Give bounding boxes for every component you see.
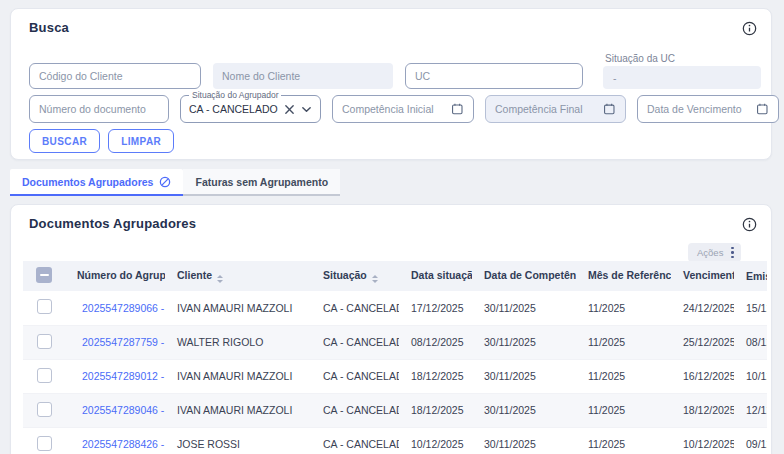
cell-cliente: WALTER RIGOLO bbox=[165, 325, 311, 359]
cell-emissao: 08/12 bbox=[734, 325, 767, 359]
row-checkbox[interactable] bbox=[37, 402, 52, 417]
calendar-icon bbox=[603, 102, 616, 116]
competencia-final-field bbox=[485, 95, 626, 123]
cell-data-competencia: 30/11/2025 bbox=[472, 427, 576, 454]
clear-icon[interactable] bbox=[284, 104, 295, 115]
table-row: 2025547289066 - 8 IVAN AMAURI MAZZOLI CA… bbox=[23, 291, 767, 325]
grid-title: Documentos Agrupadores bbox=[29, 216, 196, 231]
kebab-menu-icon bbox=[731, 247, 734, 259]
cell-situacao: CA - CANCELADO bbox=[311, 427, 399, 454]
uc-status-value: - bbox=[603, 66, 761, 89]
table-header-row: Número do Agrupador Cliente Situação Dat… bbox=[23, 261, 767, 291]
uc-status-label: Situação da UC bbox=[605, 53, 761, 64]
client-code-input[interactable] bbox=[29, 63, 201, 89]
sort-icon bbox=[372, 275, 378, 283]
cell-vencimento: 18/12/2025 bbox=[671, 393, 734, 427]
sort-icon bbox=[217, 275, 223, 283]
info-icon[interactable] bbox=[740, 215, 758, 233]
cell-emissao: 09/12 bbox=[734, 427, 767, 454]
document-number-link[interactable]: 2025547289046 - 9 bbox=[82, 404, 165, 416]
search-buttons: BUSCAR LIMPAR bbox=[29, 129, 174, 153]
competencia-inicial-input[interactable] bbox=[342, 103, 451, 115]
column-header-situacao[interactable]: Situação bbox=[311, 261, 399, 291]
select-all-checkbox[interactable] bbox=[36, 267, 52, 283]
document-number-link[interactable]: 2025547288426 - 36 bbox=[82, 438, 165, 450]
tab-faturas-sem-agrupamento[interactable]: Faturas sem Agrupamento bbox=[183, 169, 340, 196]
search-row-1: Situação da UC - bbox=[29, 53, 761, 89]
limpar-button[interactable]: LIMPAR bbox=[108, 129, 174, 153]
cell-vencimento: 25/12/2025 bbox=[671, 325, 734, 359]
buscar-button[interactable]: BUSCAR bbox=[29, 129, 100, 153]
cell-emissao: 10/12 bbox=[734, 359, 767, 393]
actions-label: Ações bbox=[697, 247, 723, 258]
cell-situacao: CA - CANCELADO bbox=[311, 325, 399, 359]
result-tabs: Documentos Agrupadores Faturas sem Agrup… bbox=[10, 169, 340, 196]
cell-cliente: JOSE ROSSI bbox=[165, 427, 311, 454]
cell-emissao: 15/12 bbox=[734, 291, 767, 325]
cell-situacao: CA - CANCELADO bbox=[311, 291, 399, 325]
cell-vencimento: 10/12/2025 bbox=[671, 427, 734, 454]
column-header-data-situacao[interactable]: Data situação bbox=[399, 261, 472, 291]
cell-mes-referencia: 11/2025 bbox=[576, 359, 671, 393]
cell-data-competencia: 30/11/2025 bbox=[472, 291, 576, 325]
table-row: 2025547289046 - 9 IVAN AMAURI MAZZOLI CA… bbox=[23, 393, 767, 427]
chevron-down-icon[interactable] bbox=[301, 104, 312, 115]
tab-documentos-agrupadores[interactable]: Documentos Agrupadores bbox=[10, 169, 183, 196]
cell-data-situacao: 18/12/2025 bbox=[399, 393, 472, 427]
calendar-icon[interactable] bbox=[451, 102, 464, 116]
cell-data-situacao: 18/12/2025 bbox=[399, 359, 472, 393]
cell-vencimento: 24/12/2025 bbox=[671, 291, 734, 325]
document-number-link[interactable]: 2025547289066 - 8 bbox=[82, 302, 165, 314]
table-row: 2025547288426 - 36 JOSE ROSSI CA - CANCE… bbox=[23, 427, 767, 454]
cell-situacao: CA - CANCELADO bbox=[311, 393, 399, 427]
actions-menu-button[interactable]: Ações bbox=[688, 243, 741, 262]
table-row: 2025547287759 - 93 WALTER RIGOLO CA - CA… bbox=[23, 325, 767, 359]
cell-situacao: CA - CANCELADO bbox=[311, 359, 399, 393]
cell-cliente: IVAN AMAURI MAZZOLI bbox=[165, 291, 311, 325]
cell-data-competencia: 30/11/2025 bbox=[472, 325, 576, 359]
cell-data-competencia: 30/11/2025 bbox=[472, 359, 576, 393]
cell-cliente: IVAN AMAURI MAZZOLI bbox=[165, 359, 311, 393]
cell-emissao: 12/12 bbox=[734, 393, 767, 427]
info-icon bbox=[742, 21, 757, 36]
grouper-status-value: CA - CANCELADO bbox=[189, 103, 284, 115]
table-row: 2025547289012 - 89 IVAN AMAURI MAZZOLI C… bbox=[23, 359, 767, 393]
data-vencimento-field[interactable] bbox=[637, 95, 779, 123]
blocked-status-icon bbox=[159, 176, 171, 188]
document-number-input[interactable] bbox=[29, 95, 169, 123]
documents-table: Número do Agrupador Cliente Situação Dat… bbox=[23, 261, 767, 454]
calendar-icon[interactable] bbox=[756, 102, 769, 116]
column-header-numero[interactable]: Número do Agrupador bbox=[65, 261, 165, 291]
documents-table-container: Número do Agrupador Cliente Situação Dat… bbox=[23, 261, 767, 454]
grouper-status-select[interactable]: Situação do Agrupador CA - CANCELADO bbox=[180, 95, 321, 123]
cell-mes-referencia: 11/2025 bbox=[576, 393, 671, 427]
cell-data-situacao: 08/12/2025 bbox=[399, 325, 472, 359]
document-number-link[interactable]: 2025547289012 - 89 bbox=[82, 370, 165, 382]
competencia-final-input bbox=[495, 103, 603, 115]
tab-documentos-label: Documentos Agrupadores bbox=[22, 176, 153, 188]
column-header-vencimento[interactable]: Vencimento bbox=[671, 261, 734, 291]
row-checkbox[interactable] bbox=[37, 436, 52, 451]
info-icon[interactable] bbox=[740, 19, 758, 37]
document-number-link[interactable]: 2025547287759 - 93 bbox=[82, 336, 165, 348]
uc-input[interactable] bbox=[405, 63, 583, 89]
cell-data-situacao: 17/12/2025 bbox=[399, 291, 472, 325]
search-row-2: Situação do Agrupador CA - CANCELADO bbox=[29, 95, 779, 123]
search-panel: Busca Situação da UC - Situação do Agrup… bbox=[10, 8, 772, 160]
grouper-status-label: Situação do Agrupador bbox=[189, 90, 281, 100]
column-header-mes-referencia[interactable]: Mês de Referência bbox=[576, 261, 671, 291]
column-header-cliente[interactable]: Cliente bbox=[165, 261, 311, 291]
row-checkbox[interactable] bbox=[37, 334, 52, 349]
row-checkbox[interactable] bbox=[37, 299, 52, 314]
cell-data-situacao: 10/12/2025 bbox=[399, 427, 472, 454]
cell-mes-referencia: 11/2025 bbox=[576, 427, 671, 454]
column-header-emissao[interactable]: Emissão bbox=[734, 261, 767, 291]
row-checkbox[interactable] bbox=[37, 368, 52, 383]
info-icon bbox=[742, 217, 757, 232]
competencia-inicial-field[interactable] bbox=[332, 95, 474, 123]
cell-vencimento: 16/12/2025 bbox=[671, 359, 734, 393]
client-name-input bbox=[213, 63, 393, 89]
data-vencimento-input[interactable] bbox=[647, 103, 756, 115]
tab-faturas-label: Faturas sem Agrupamento bbox=[195, 176, 328, 188]
column-header-data-competencia[interactable]: Data de Competência bbox=[472, 261, 576, 291]
